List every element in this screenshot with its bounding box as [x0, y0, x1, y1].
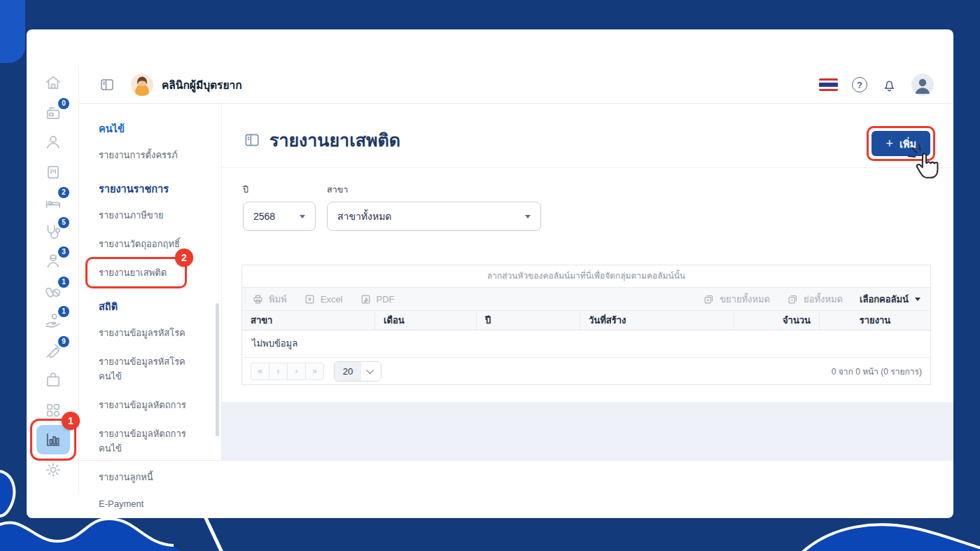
branch-filter: สาขา สาขาทั้งหมด — [327, 183, 541, 231]
badge-count: 5 — [58, 217, 69, 228]
sidebar-item-label: รายงานยาเสพติด — [99, 267, 167, 278]
syringe-icon[interactable]: 9 — [43, 341, 63, 361]
annotation-frame-add: + เพิ่ม — [867, 126, 935, 161]
annotation-step-1: 1 — [62, 412, 80, 430]
page-header: รายงานยาเสพติด — [243, 126, 400, 154]
print-button[interactable]: พิมพ์ — [252, 292, 287, 307]
help-icon[interactable]: ? — [852, 77, 867, 92]
sidebar-item-sales-tax-report[interactable]: รายงานภาษีขาย — [79, 201, 221, 230]
sidebar-item-disease-code-report[interactable]: รายงานข้อมูลรหัสโรค — [79, 319, 221, 347]
clinic-title: คลินิกผู้มีบุตรยาก — [162, 76, 242, 94]
doctor-icon[interactable]: 3 — [43, 251, 63, 271]
badge-count: 1 — [58, 277, 69, 288]
column-header-month[interactable]: เดือน — [375, 311, 477, 330]
queue-icon[interactable]: 0 — [43, 103, 63, 123]
package-icon[interactable] — [43, 370, 63, 390]
pdf-icon — [360, 293, 372, 305]
expand-all-button[interactable]: ขยายทั้งหมด — [703, 292, 770, 307]
branch-value: สาขาทั้งหมด — [337, 209, 391, 224]
chevron-down-icon — [361, 362, 381, 381]
page-title: รายงานยาเสพติด — [270, 126, 400, 154]
annotation-step-2: 2 — [175, 249, 193, 267]
plus-icon: + — [886, 137, 893, 150]
report-table-card: ลากส่วนหัวของคอลัมน์มาที่นี่เพื่อจัดกลุ่… — [241, 265, 931, 385]
patient-icon[interactable] — [43, 132, 63, 152]
year-select[interactable]: 2568 — [243, 202, 316, 231]
first-page-button[interactable]: « — [251, 363, 270, 380]
chevron-down-icon — [915, 298, 920, 301]
pills-icon[interactable]: 1 — [43, 281, 63, 301]
sidebar: คนไข้ รายงานการตั้งครรภ์ รายงานราชการ รา… — [79, 104, 222, 461]
sidebar-item-procedure-report[interactable]: รายงานข้อมูลหัตถการ — [79, 391, 221, 419]
page-size-select[interactable]: 20 — [334, 361, 382, 382]
column-header-year[interactable]: ปี — [477, 311, 580, 330]
sidebar-item-procedure-patient-report[interactable]: รายงานข้อมูลหัตถการคนไข้ — [79, 419, 221, 463]
footer-band — [222, 402, 953, 460]
divider — [222, 167, 953, 168]
pdf-export-button[interactable]: PDF — [360, 293, 395, 305]
year-filter: ปี 2568 — [243, 183, 316, 231]
badge-count: 9 — [58, 336, 69, 347]
page-size-value: 20 — [335, 362, 361, 381]
add-button-label: เพิ่ม — [899, 136, 916, 152]
printer-icon — [252, 293, 264, 305]
app-window: 0 2 5 3 1 1 9 — [27, 29, 953, 518]
column-header-branch[interactable]: สาขา — [242, 311, 375, 330]
chevron-down-icon — [525, 215, 531, 218]
column-header-amount[interactable]: จำนวน — [734, 311, 820, 330]
sidebar-toggle-icon[interactable] — [99, 76, 115, 93]
gear-icon[interactable] — [43, 460, 63, 480]
decor-corner-blob — [0, 0, 25, 63]
badge-count: 1 — [58, 306, 69, 317]
column-header-report[interactable]: รายงาน — [820, 311, 930, 330]
badge-count: 3 — [58, 246, 69, 258]
sidebar-item-debtor-report[interactable]: รายงานลูกหนี้ — [79, 463, 221, 491]
sidebar-section-patients: คนไข้ — [99, 120, 202, 137]
sidebar-section-statistics: สถิติ — [99, 298, 202, 314]
next-page-button[interactable]: › — [287, 363, 306, 380]
add-button-area: + เพิ่ม — [867, 126, 935, 161]
apps-grid-icon[interactable] — [43, 400, 63, 420]
year-value: 2568 — [253, 211, 275, 222]
branch-select[interactable]: สาขาทั้งหมด — [327, 202, 541, 231]
clinic-logo-avatar — [131, 74, 153, 96]
prev-page-button[interactable]: ‹ — [269, 363, 288, 380]
payment-hand-icon[interactable]: 1 — [43, 311, 63, 330]
user-avatar[interactable] — [911, 74, 934, 96]
notifications-bell-icon[interactable] — [881, 77, 897, 93]
pagination-summary: 0 จาก 0 หน้า (0 รายการ) — [832, 365, 922, 378]
collapse-all-icon — [787, 293, 799, 305]
stethoscope-icon[interactable]: 5 — [43, 222, 63, 242]
sidebar-item-disease-code-patient-report[interactable]: รายงานข้อมูลรหัสโรคคนไข้ — [79, 347, 221, 391]
report-chart-icon[interactable] — [36, 425, 70, 454]
home-icon[interactable] — [43, 73, 63, 92]
screen: { "topbar": { "title": "คลินิกผู้มีบุตรย… — [0, 0, 980, 551]
collapse-all-button[interactable]: ย่อทั้งหมด — [787, 292, 843, 307]
table-header-row: สาขา เดือน ปี วันที่สร้าง จำนวน รายงาน — [242, 311, 930, 330]
thai-flag-icon[interactable] — [819, 78, 838, 91]
excel-icon — [304, 293, 316, 305]
main-content: รายงานยาเสพติด + เพิ่ม ปี 2568 — [222, 104, 953, 461]
last-page-button[interactable]: » — [305, 363, 324, 380]
excel-export-button[interactable]: Excel — [304, 293, 343, 305]
table-toolbar: พิมพ์ Excel PDF ขยายทั้งหมด — [242, 288, 930, 311]
sidebar-item-epayment[interactable]: E-Payment — [79, 491, 221, 516]
add-button[interactable]: + เพิ่ม — [872, 131, 930, 156]
sidebar-scrollbar[interactable] — [216, 303, 219, 436]
icon-rail: 0 2 5 3 1 1 9 — [27, 64, 79, 495]
filters: ปี 2568 สาขา สาขาทั้งหมด — [243, 183, 541, 231]
column-header-created-date[interactable]: วันที่สร้าง — [580, 311, 734, 330]
choose-columns-button[interactable]: เลือกคอลัมน์ — [860, 292, 920, 307]
sidebar-item-pregnancy-report[interactable]: รายงานการตั้งครรภ์ — [79, 141, 221, 169]
card-reader-icon[interactable] — [43, 162, 63, 182]
topbar: คลินิกผู้มีบุตรยาก ? — [79, 67, 953, 104]
sidebar-item-psychotropic-report[interactable]: รายงานวัตถุออกฤทธิ์ — [79, 230, 221, 258]
bed-icon[interactable]: 2 — [43, 192, 63, 211]
branch-label: สาขา — [327, 183, 541, 197]
pagination-nav: « ‹ › » — [251, 363, 324, 380]
panel-icon — [243, 131, 261, 149]
chevron-down-icon — [300, 215, 305, 218]
badge-count: 0 — [58, 98, 69, 109]
sidebar-section-gov-reports: รายงานราชการ — [99, 181, 202, 197]
sidebar-item-narcotics-report[interactable]: รายงานยาเสพติด 2 — [79, 258, 221, 287]
